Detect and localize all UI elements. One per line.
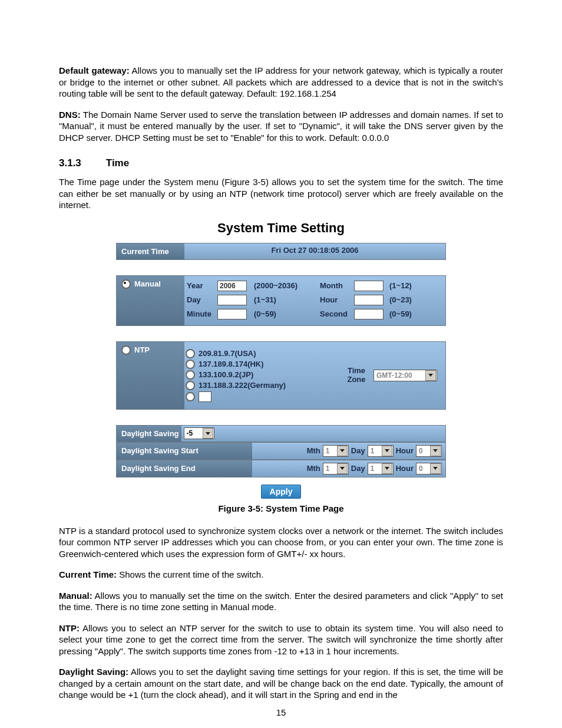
paragraph-ntp: NTP: Allows you to select an NTP server … xyxy=(59,622,503,657)
day-hint: (1~31) xyxy=(254,295,319,304)
ntp-option-custom[interactable] xyxy=(186,391,343,402)
chevron-down-icon[interactable] xyxy=(430,446,441,456)
chevron-down-icon[interactable] xyxy=(430,463,441,474)
radio-ntp-server-2[interactable] xyxy=(186,370,195,380)
minute-label: Minute xyxy=(186,309,217,318)
radio-ntp-server-custom[interactable] xyxy=(186,392,195,401)
term-daylight-saving: Daylight Saving: xyxy=(59,667,128,677)
radio-ntp-server-1[interactable] xyxy=(186,360,195,369)
term-ntp: NTP: xyxy=(59,623,80,633)
second-label: Second xyxy=(319,309,354,318)
month-input[interactable] xyxy=(354,281,384,291)
second-input[interactable] xyxy=(354,309,384,319)
paragraph-manual: Manual: Allows you to manually set the t… xyxy=(59,590,503,613)
end-hour-dropdown[interactable]: 0 xyxy=(416,463,442,475)
daylight-saving-offset-row: Daylight Saving -5 xyxy=(116,425,446,442)
apply-button[interactable]: Apply xyxy=(261,485,302,499)
daylight-end-row: Daylight Saving End Mth 1 Day 1 Hour 0 xyxy=(116,460,446,477)
ntp-option-0[interactable]: 209.81.9.7(USA) xyxy=(186,349,343,358)
manual-label-cell[interactable]: Manual xyxy=(117,276,184,325)
timezone-dropdown[interactable]: GMT-12:00 xyxy=(373,370,437,381)
term-dns: DNS: xyxy=(59,110,81,120)
term-default-gateway: Default gateway: xyxy=(59,65,130,75)
year-hint: (2000~2036) xyxy=(254,281,319,290)
minute-hint: (0~59) xyxy=(254,309,319,318)
page-number: 15 xyxy=(0,707,562,717)
daylight-offset-dropdown[interactable]: -5 xyxy=(184,427,214,439)
year-label: Year xyxy=(186,281,217,290)
end-month-dropdown[interactable]: 1 xyxy=(323,463,349,475)
month-hint: (1~12) xyxy=(389,281,431,290)
minute-input[interactable] xyxy=(217,309,247,319)
year-input[interactable] xyxy=(217,281,247,291)
chevron-down-icon[interactable] xyxy=(337,446,348,456)
radio-ntp-server-0[interactable] xyxy=(186,349,195,358)
ntp-label-cell[interactable]: NTP xyxy=(117,342,184,409)
end-day-label: Day xyxy=(351,464,365,473)
chevron-down-icon[interactable] xyxy=(382,446,392,456)
ntp-option-3[interactable]: 131.188.3.222(Germany) xyxy=(186,381,343,390)
section-heading-time: 3.1.3Time xyxy=(59,157,503,169)
paragraph-default-gateway: Default gateway: Allows you to manually … xyxy=(59,65,503,100)
paragraph-dns: DNS: The Domain Name Server used to serv… xyxy=(59,109,503,144)
daylight-start-row: Daylight Saving Start Mth 1 Day 1 Hour 0 xyxy=(116,442,446,460)
daylight-start-label: Daylight Saving Start xyxy=(117,443,252,459)
chevron-down-icon[interactable] xyxy=(203,428,213,439)
hour-label: Hour xyxy=(319,295,354,304)
ntp-label: NTP xyxy=(134,345,150,354)
paragraph-daylight-saving: Daylight Saving: Allows you to set the d… xyxy=(59,666,503,701)
chevron-down-icon[interactable] xyxy=(337,463,348,474)
month-label: Month xyxy=(319,281,354,290)
paragraph-ntp-intro: NTP is a standard protocol used to synch… xyxy=(59,525,503,560)
end-hour-label: Hour xyxy=(396,464,414,473)
daylight-end-label: Daylight Saving End xyxy=(117,460,252,477)
paragraph-time-intro: The Time page under the System menu (Fig… xyxy=(59,176,503,211)
figure-caption: Figure 3-5: System Time Page xyxy=(59,503,503,513)
radio-ntp-server-3[interactable] xyxy=(186,381,195,390)
radio-ntp[interactable] xyxy=(121,345,131,355)
ntp-custom-input[interactable] xyxy=(199,391,211,402)
timezone-label: TimeZone xyxy=(343,367,370,384)
ntp-row: NTP 209.81.9.7(USA) 137.189.8.174(HK) 13… xyxy=(116,341,446,410)
ntp-option-1[interactable]: 137.189.8.174(HK) xyxy=(186,360,343,369)
term-manual: Manual: xyxy=(59,591,92,601)
start-month-dropdown[interactable]: 1 xyxy=(323,445,349,457)
start-mth-label: Mth xyxy=(307,446,320,455)
chevron-down-icon[interactable] xyxy=(382,463,392,474)
current-time-row: Current Time Fri Oct 27 00:18:05 2006 xyxy=(116,243,446,260)
start-hour-dropdown[interactable]: 0 xyxy=(416,445,442,457)
start-hour-label: Hour xyxy=(396,446,414,455)
figure-title: System Time Setting xyxy=(116,220,446,236)
ntp-option-2[interactable]: 133.100.9.2(JP) xyxy=(186,370,343,380)
current-time-label: Current Time xyxy=(117,243,184,259)
end-day-dropdown[interactable]: 1 xyxy=(368,463,394,475)
start-day-dropdown[interactable]: 1 xyxy=(368,445,394,457)
manual-row: Manual Year (2000~2036) Month (1~12) Day… xyxy=(116,275,446,326)
end-mth-label: Mth xyxy=(307,464,320,473)
current-time-value: Fri Oct 27 00:18:05 2006 xyxy=(184,243,445,259)
second-hint: (0~59) xyxy=(389,309,431,318)
radio-manual[interactable] xyxy=(121,279,131,289)
start-day-label: Day xyxy=(351,446,365,455)
day-input[interactable] xyxy=(217,295,247,305)
hour-input[interactable] xyxy=(354,295,384,305)
term-current-time: Current Time: xyxy=(59,569,117,579)
chevron-down-icon[interactable] xyxy=(425,370,436,381)
manual-label: Manual xyxy=(134,279,161,288)
daylight-saving-label: Daylight Saving xyxy=(117,426,181,442)
day-label: Day xyxy=(186,295,217,304)
hour-hint: (0~23) xyxy=(389,295,431,304)
paragraph-current-time: Current Time: Shows the current time of … xyxy=(59,569,503,581)
figure-system-time: System Time Setting Current Time Fri Oct… xyxy=(116,220,446,499)
